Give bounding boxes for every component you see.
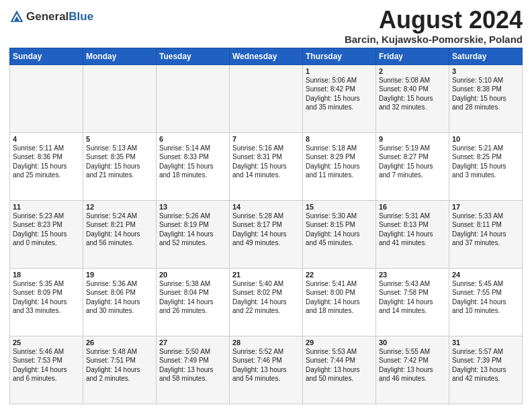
- day-cell: 21Sunrise: 5:40 AM Sunset: 8:02 PM Dayli…: [230, 268, 303, 336]
- day-cell: 15Sunrise: 5:30 AM Sunset: 8:15 PM Dayli…: [303, 200, 376, 268]
- day-info: Sunrise: 5:55 AM Sunset: 7:42 PM Dayligh…: [379, 347, 446, 383]
- day-info: Sunrise: 5:10 AM Sunset: 8:38 PM Dayligh…: [452, 76, 519, 112]
- day-info: Sunrise: 5:48 AM Sunset: 7:51 PM Dayligh…: [86, 347, 153, 383]
- week-row-1: 1Sunrise: 5:06 AM Sunset: 8:42 PM Daylig…: [10, 64, 523, 132]
- day-cell: 16Sunrise: 5:31 AM Sunset: 8:13 PM Dayli…: [376, 200, 449, 268]
- logo: GeneralBlue: [9, 9, 93, 24]
- day-info: Sunrise: 5:41 AM Sunset: 8:00 PM Dayligh…: [306, 279, 373, 316]
- day-number: 18: [13, 271, 80, 279]
- day-cell: 18Sunrise: 5:35 AM Sunset: 8:09 PM Dayli…: [10, 268, 83, 336]
- day-info: Sunrise: 5:13 AM Sunset: 8:35 PM Dayligh…: [86, 144, 153, 180]
- day-number: 21: [232, 271, 300, 279]
- day-cell: 25Sunrise: 5:46 AM Sunset: 7:53 PM Dayli…: [10, 336, 83, 404]
- day-cell: 9Sunrise: 5:19 AM Sunset: 8:27 PM Daylig…: [376, 132, 449, 200]
- day-cell: 1Sunrise: 5:06 AM Sunset: 8:42 PM Daylig…: [303, 64, 376, 132]
- col-header-thursday: Thursday: [303, 48, 376, 64]
- col-header-saturday: Saturday: [449, 48, 523, 64]
- day-info: Sunrise: 5:16 AM Sunset: 8:31 PM Dayligh…: [232, 144, 300, 180]
- day-info: Sunrise: 5:36 AM Sunset: 8:06 PM Dayligh…: [86, 279, 153, 316]
- day-cell: 22Sunrise: 5:41 AM Sunset: 8:00 PM Dayli…: [303, 268, 376, 336]
- day-info: Sunrise: 5:53 AM Sunset: 7:44 PM Dayligh…: [306, 347, 373, 383]
- day-cell: 7Sunrise: 5:16 AM Sunset: 8:31 PM Daylig…: [230, 132, 303, 200]
- day-cell: [157, 64, 230, 132]
- day-cell: 8Sunrise: 5:18 AM Sunset: 8:29 PM Daylig…: [303, 132, 376, 200]
- day-cell: 19Sunrise: 5:36 AM Sunset: 8:06 PM Dayli…: [83, 268, 157, 336]
- week-row-2: 4Sunrise: 5:11 AM Sunset: 8:36 PM Daylig…: [10, 132, 523, 200]
- day-info: Sunrise: 5:28 AM Sunset: 8:17 PM Dayligh…: [232, 212, 300, 248]
- day-number: 20: [159, 271, 226, 279]
- day-cell: [230, 64, 303, 132]
- calendar-table: SundayMondayTuesdayWednesdayThursdayFrid…: [9, 48, 523, 404]
- day-info: Sunrise: 5:31 AM Sunset: 8:13 PM Dayligh…: [379, 212, 446, 248]
- day-cell: 3Sunrise: 5:10 AM Sunset: 8:38 PM Daylig…: [449, 64, 523, 132]
- day-info: Sunrise: 5:06 AM Sunset: 8:42 PM Dayligh…: [306, 76, 373, 112]
- day-number: 1: [306, 67, 373, 75]
- day-number: 28: [232, 338, 300, 347]
- day-number: 25: [13, 338, 80, 347]
- day-info: Sunrise: 5:30 AM Sunset: 8:15 PM Dayligh…: [306, 212, 373, 248]
- week-row-5: 25Sunrise: 5:46 AM Sunset: 7:53 PM Dayli…: [10, 336, 523, 404]
- day-number: 29: [306, 338, 373, 347]
- day-number: 27: [159, 338, 226, 347]
- day-number: 15: [306, 203, 373, 211]
- day-cell: 31Sunrise: 5:57 AM Sunset: 7:39 PM Dayli…: [449, 336, 523, 404]
- day-number: 16: [379, 203, 446, 211]
- page: GeneralBlue August 2024 Barcin, Kujawsko…: [0, 0, 532, 411]
- day-cell: 11Sunrise: 5:23 AM Sunset: 8:23 PM Dayli…: [10, 200, 83, 268]
- day-number: 26: [86, 338, 153, 347]
- day-number: 23: [379, 271, 446, 279]
- day-number: 31: [452, 338, 519, 347]
- col-header-tuesday: Tuesday: [157, 48, 230, 64]
- day-number: 5: [86, 135, 153, 143]
- day-info: Sunrise: 5:33 AM Sunset: 8:11 PM Dayligh…: [452, 212, 519, 248]
- day-cell: 29Sunrise: 5:53 AM Sunset: 7:44 PM Dayli…: [303, 336, 376, 404]
- col-header-monday: Monday: [83, 48, 157, 64]
- day-number: 12: [86, 203, 153, 211]
- day-cell: [10, 64, 83, 132]
- header-row: SundayMondayTuesdayWednesdayThursdayFrid…: [10, 48, 523, 64]
- day-cell: 17Sunrise: 5:33 AM Sunset: 8:11 PM Dayli…: [449, 200, 523, 268]
- day-info: Sunrise: 5:57 AM Sunset: 7:39 PM Dayligh…: [452, 347, 519, 383]
- day-cell: 12Sunrise: 5:24 AM Sunset: 8:21 PM Dayli…: [83, 200, 157, 268]
- day-number: 22: [306, 271, 373, 279]
- day-number: 6: [159, 135, 226, 143]
- day-cell: 27Sunrise: 5:50 AM Sunset: 7:49 PM Dayli…: [157, 336, 230, 404]
- day-info: Sunrise: 5:40 AM Sunset: 8:02 PM Dayligh…: [232, 279, 300, 316]
- day-number: 9: [379, 135, 446, 143]
- day-cell: 4Sunrise: 5:11 AM Sunset: 8:36 PM Daylig…: [10, 132, 83, 200]
- week-row-4: 18Sunrise: 5:35 AM Sunset: 8:09 PM Dayli…: [10, 268, 523, 336]
- day-info: Sunrise: 5:18 AM Sunset: 8:29 PM Dayligh…: [306, 144, 373, 180]
- day-info: Sunrise: 5:35 AM Sunset: 8:09 PM Dayligh…: [13, 279, 80, 316]
- day-info: Sunrise: 5:14 AM Sunset: 8:33 PM Dayligh…: [159, 144, 226, 180]
- logo-general-text: General: [26, 10, 69, 23]
- day-cell: 5Sunrise: 5:13 AM Sunset: 8:35 PM Daylig…: [83, 132, 157, 200]
- day-number: 10: [452, 135, 519, 143]
- day-cell: 20Sunrise: 5:38 AM Sunset: 8:04 PM Dayli…: [157, 268, 230, 336]
- day-cell: 30Sunrise: 5:55 AM Sunset: 7:42 PM Dayli…: [376, 336, 449, 404]
- day-info: Sunrise: 5:24 AM Sunset: 8:21 PM Dayligh…: [86, 212, 153, 248]
- day-cell: 10Sunrise: 5:21 AM Sunset: 8:25 PM Dayli…: [449, 132, 523, 200]
- day-info: Sunrise: 5:11 AM Sunset: 8:36 PM Dayligh…: [13, 144, 80, 180]
- day-number: 3: [452, 67, 519, 75]
- subtitle: Barcin, Kujawsko-Pomorskie, Poland: [345, 34, 523, 45]
- day-number: 24: [452, 271, 519, 279]
- day-info: Sunrise: 5:43 AM Sunset: 7:58 PM Dayligh…: [379, 279, 446, 316]
- day-cell: 24Sunrise: 5:45 AM Sunset: 7:55 PM Dayli…: [449, 268, 523, 336]
- day-number: 13: [159, 203, 226, 211]
- logo-icon: [9, 9, 24, 24]
- day-cell: 13Sunrise: 5:26 AM Sunset: 8:19 PM Dayli…: [157, 200, 230, 268]
- day-cell: 14Sunrise: 5:28 AM Sunset: 8:17 PM Dayli…: [230, 200, 303, 268]
- day-info: Sunrise: 5:38 AM Sunset: 8:04 PM Dayligh…: [159, 279, 226, 316]
- day-cell: 2Sunrise: 5:08 AM Sunset: 8:40 PM Daylig…: [376, 64, 449, 132]
- day-number: 14: [232, 203, 300, 211]
- header: GeneralBlue August 2024 Barcin, Kujawsko…: [9, 7, 523, 45]
- day-number: 2: [379, 67, 446, 75]
- day-info: Sunrise: 5:50 AM Sunset: 7:49 PM Dayligh…: [159, 347, 226, 383]
- logo-blue-text: Blue: [69, 10, 93, 23]
- day-number: 4: [13, 135, 80, 143]
- day-info: Sunrise: 5:45 AM Sunset: 7:55 PM Dayligh…: [452, 279, 519, 316]
- col-header-friday: Friday: [376, 48, 449, 64]
- week-row-3: 11Sunrise: 5:23 AM Sunset: 8:23 PM Dayli…: [10, 200, 523, 268]
- day-cell: 23Sunrise: 5:43 AM Sunset: 7:58 PM Dayli…: [376, 268, 449, 336]
- day-info: Sunrise: 5:19 AM Sunset: 8:27 PM Dayligh…: [379, 144, 446, 180]
